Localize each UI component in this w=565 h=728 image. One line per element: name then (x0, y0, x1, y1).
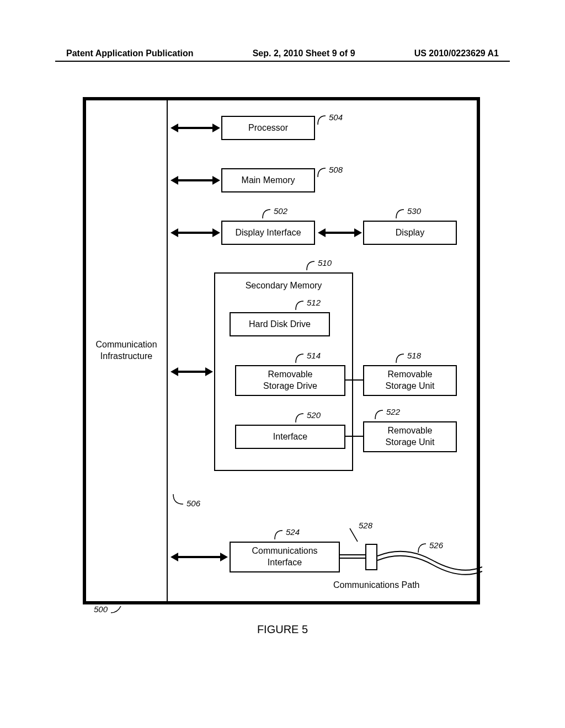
ref-506: 506 (186, 499, 200, 508)
ref-526: 526 (429, 540, 443, 550)
main-memory-label: Main Memory (242, 175, 295, 186)
removable-storage-drive-block: Removable Storage Drive (235, 365, 345, 396)
ref-500-text: 500 (94, 604, 108, 614)
communications-path-wave (377, 547, 482, 580)
removable-storage-unit-1-label: Removable Storage Unit (386, 369, 435, 392)
hook-icon (274, 528, 285, 540)
communications-interface-block: Communications Interface (230, 542, 340, 572)
hook-icon (306, 259, 317, 271)
page-header: Patent Application Publication Sep. 2, 2… (0, 49, 565, 58)
connector-line (345, 436, 363, 437)
main-memory-block: Main Memory (221, 168, 315, 192)
header-right: US 2010/0223629 A1 (414, 49, 499, 58)
hook-icon (171, 493, 185, 506)
processor-label: Processor (248, 122, 288, 134)
arrow-comm-interface (177, 556, 221, 558)
hook-icon (347, 525, 360, 543)
ref-514: 514 (307, 351, 321, 360)
ref-502: 502 (274, 206, 287, 216)
header-rule (55, 61, 510, 62)
figure-caption: FIGURE 5 (0, 623, 565, 636)
hook-icon (295, 352, 306, 364)
hard-disk-label: Hard Disk Drive (249, 319, 311, 330)
secondary-memory-label: Secondary Memory (215, 280, 352, 292)
communications-interface-label: Communications Interface (252, 545, 317, 569)
header-left: Patent Application Publication (66, 49, 194, 58)
communication-infrastructure-block: Communication Infrastructure (86, 100, 168, 601)
header-center: Sep. 2, 2010 Sheet 9 of 9 (253, 49, 355, 58)
diagram-frame: Communication Infrastructure Processor 5… (83, 97, 480, 604)
ref-524: 524 (286, 527, 300, 537)
interface-block: Interface (235, 425, 345, 449)
ref-510: 510 (318, 258, 332, 267)
ref-512: 512 (307, 298, 321, 307)
display-block: Display (363, 221, 457, 245)
removable-storage-unit-2-label: Removable Storage Unit (386, 425, 435, 448)
ref-518: 518 (407, 351, 421, 360)
arrow-display (324, 232, 355, 234)
ref-520: 520 (307, 410, 321, 420)
ref-508: 508 (329, 165, 343, 174)
removable-storage-unit-1-block: Removable Storage Unit (363, 365, 457, 396)
ref-500: 500 (94, 604, 123, 615)
hook-icon (110, 605, 123, 615)
port-block (365, 544, 377, 570)
hard-disk-drive-block: Hard Disk Drive (230, 312, 330, 336)
arrow-main-memory (177, 179, 214, 181)
arrow-display-interface (177, 232, 214, 234)
connector-line (345, 379, 363, 381)
processor-block: Processor (221, 116, 315, 140)
communications-path-label: Communications Path (333, 580, 420, 590)
hook-icon (295, 411, 306, 424)
ref-530: 530 (407, 206, 421, 216)
ref-504: 504 (329, 113, 343, 122)
display-label: Display (396, 227, 424, 239)
display-interface-label: Display Interface (235, 227, 301, 239)
removable-storage-unit-2-block: Removable Storage Unit (363, 421, 457, 452)
ref-528: 528 (359, 521, 372, 530)
hook-icon (295, 299, 306, 311)
hook-icon (395, 207, 406, 220)
comm-infra-label: Communication Infrastructure (95, 339, 157, 362)
hook-icon (262, 207, 273, 220)
hook-icon (374, 408, 385, 420)
removable-storage-drive-label: Removable Storage Drive (263, 369, 317, 392)
interface-label: Interface (273, 431, 307, 443)
hook-icon (317, 166, 328, 178)
hook-icon (395, 352, 406, 364)
ref-522: 522 (386, 407, 400, 416)
hook-icon (417, 542, 428, 554)
arrow-secondary-memory (177, 371, 206, 373)
display-interface-block: Display Interface (221, 221, 315, 245)
hook-icon (317, 114, 328, 126)
arrow-processor (177, 127, 214, 129)
